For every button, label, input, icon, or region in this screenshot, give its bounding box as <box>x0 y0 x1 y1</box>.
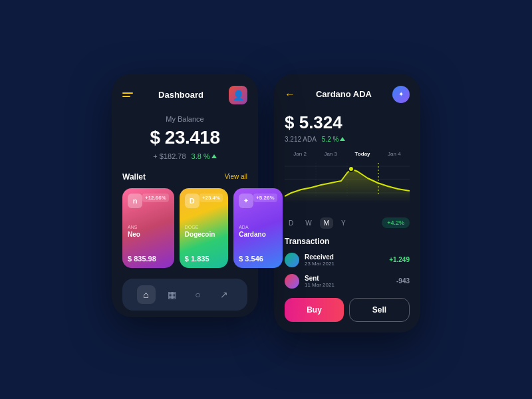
tx-received-amount: +1.249 <box>389 256 410 263</box>
tx-received-type: Received <box>305 253 384 261</box>
label-today: Today <box>355 151 370 157</box>
neo-icon: n <box>128 194 142 208</box>
card-top: n +12.66% <box>128 194 169 208</box>
circle-icon: ○ <box>195 289 200 300</box>
ada-icon: ✦ <box>239 194 253 208</box>
ada-symbol: ADA <box>239 225 277 229</box>
nav-circle[interactable]: ○ <box>189 285 207 304</box>
balance-change: + $182.78 3.8 % <box>122 152 247 160</box>
filter-w[interactable]: W <box>301 217 315 229</box>
tx-title: Transaction <box>285 237 410 246</box>
card-top-ada: ✦ +5.26% <box>239 194 277 208</box>
up-arrow-icon <box>340 137 345 141</box>
neo-card[interactable]: n +12.66% ANS Neo $ 835.98 <box>122 188 174 268</box>
doge-mid: DOGE Dogecoin <box>185 225 223 238</box>
home-icon: ⌂ <box>143 289 148 300</box>
tx-sent: Sent 11 Mar 2021 -943 <box>285 274 410 289</box>
detail-header: ← Cardano ADA ✦ <box>285 86 410 103</box>
buy-button[interactable]: Buy <box>285 298 344 322</box>
tx-sent-date: 11 Mar 2021 <box>305 282 391 288</box>
doge-percent: +23.4% <box>200 194 223 202</box>
chart-area: Jan 2 Jan 3 Today Jan 4 <box>285 151 410 211</box>
label-jan4: Jan 4 <box>388 151 401 157</box>
label-jan3: Jan 3 <box>324 151 337 157</box>
share-icon: ↗ <box>220 289 228 300</box>
doge-symbol: DOGE <box>185 225 223 229</box>
filter-m[interactable]: M <box>320 217 333 229</box>
tx-sent-amount: -943 <box>396 277 410 285</box>
menu-icon[interactable] <box>122 92 133 97</box>
dashboard-title: Dashboard <box>158 90 203 100</box>
balance-amount: $ 23.418 <box>122 127 247 148</box>
card-top-doge: D +23.4% <box>185 194 223 208</box>
doge-icon: D <box>185 194 200 208</box>
wallet-header: Wallet View all <box>122 172 247 182</box>
bottom-nav: ⌂ ▦ ○ ↗ <box>122 279 247 311</box>
right-phone: ← Cardano ADA ✦ $ 5.324 3.212 ADA 5.2 % … <box>274 74 420 332</box>
ada-name: Cardano <box>239 231 277 238</box>
nav-grid[interactable]: ▦ <box>163 285 182 304</box>
change-value: + $182.78 <box>153 152 186 160</box>
wallet-cards: n +12.66% ANS Neo $ 835.98 D +23.4% DOGE… <box>122 188 247 268</box>
nav-share[interactable]: ↗ <box>215 285 233 304</box>
balance-section: My Balance $ 23.418 + $182.78 3.8 % <box>122 115 247 160</box>
time-filters: D W M Y +4.2% <box>285 217 410 229</box>
tx-sent-type: Sent <box>305 275 391 282</box>
ada-value: $ 3.546 <box>239 255 277 263</box>
left-phone: Dashboard 👤 My Balance $ 23.418 + $182.7… <box>112 74 258 317</box>
detail-title: Cardano ADA <box>316 89 372 99</box>
doge-value: $ 1.835 <box>185 255 223 263</box>
detail-balance: $ 5.324 <box>285 112 410 133</box>
ada-mid: ADA Cardano <box>239 225 277 238</box>
doge-card[interactable]: D +23.4% DOGE Dogecoin $ 1.835 <box>180 188 228 268</box>
neo-mid: ANS Neo <box>128 225 169 238</box>
nav-home[interactable]: ⌂ <box>137 285 156 304</box>
neo-value: $ 835.98 <box>128 255 169 263</box>
svg-point-6 <box>348 166 354 172</box>
neo-percent: +12.66% <box>142 194 169 202</box>
label-jan2: Jan 2 <box>293 151 307 157</box>
ada-amount: 3.212 ADA <box>285 136 317 143</box>
balance-label: My Balance <box>122 115 247 123</box>
filter-d[interactable]: D <box>285 217 297 229</box>
tx-received: Received 23 Mar 2021 +1.249 <box>285 253 410 267</box>
up-arrow-icon <box>211 154 217 158</box>
crypto-badge-icon: ✦ <box>392 86 410 103</box>
tx-list: Received 23 Mar 2021 +1.249 Sent 11 Mar … <box>285 253 410 289</box>
time-buttons: D W M Y <box>285 217 350 229</box>
wallet-label: Wallet <box>122 172 146 182</box>
action-buttons: Buy Sell <box>285 298 410 322</box>
sell-button[interactable]: Sell <box>349 298 410 322</box>
gain-badge: +4.2% <box>382 217 410 228</box>
phone-header: Dashboard 👤 <box>122 86 247 104</box>
neo-symbol: ANS <box>128 225 169 229</box>
neo-name: Neo <box>128 231 169 238</box>
chart-labels: Jan 2 Jan 3 Today Jan 4 <box>285 151 410 157</box>
change-percent: 3.8 % <box>192 152 217 160</box>
back-button[interactable]: ← <box>285 88 295 100</box>
doge-name: Dogecoin <box>185 231 223 238</box>
cardano-card[interactable]: ✦ +5.26% ADA Cardano $ 3.546 <box>233 188 282 268</box>
detail-sub: 3.212 ADA 5.2 % <box>285 136 410 143</box>
tx-received-info: Received 23 Mar 2021 <box>305 253 384 267</box>
ada-percent: +5.26% <box>253 194 277 202</box>
view-all-link[interactable]: View all <box>225 173 247 180</box>
ada-percent-change: 5.2 % <box>322 136 346 143</box>
sent-dot-icon <box>285 274 299 289</box>
tx-received-date: 23 Mar 2021 <box>305 261 384 267</box>
grid-icon: ▦ <box>168 289 176 300</box>
filter-y[interactable]: Y <box>337 217 350 229</box>
tx-sent-info: Sent 11 Mar 2021 <box>305 275 391 288</box>
price-chart <box>285 160 410 203</box>
received-dot-icon <box>285 253 299 267</box>
avatar[interactable]: 👤 <box>229 86 247 104</box>
